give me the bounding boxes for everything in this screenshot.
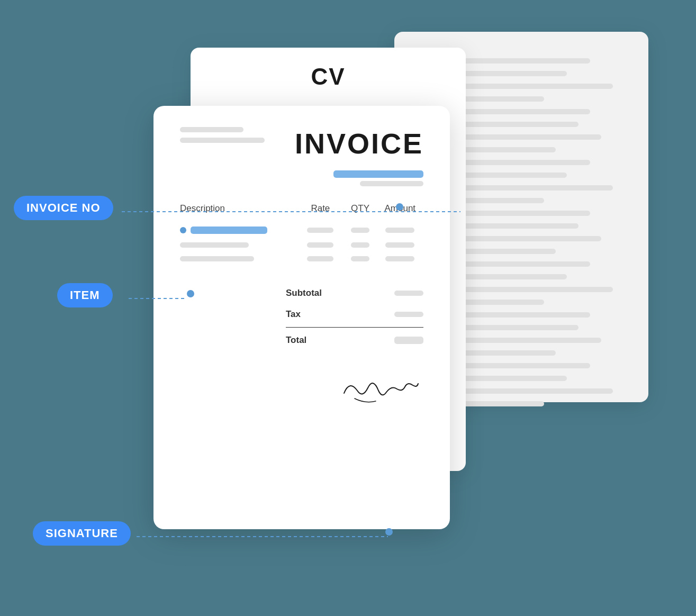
subtotal-value-bar <box>394 291 423 296</box>
tax-value-bar <box>394 312 423 317</box>
invoice-date-row <box>180 181 423 186</box>
row3-amount <box>377 256 423 261</box>
row2-qty-bar <box>351 242 369 248</box>
row2-rate-bar <box>307 242 333 248</box>
row1-qty-bar <box>351 228 369 233</box>
row3-qty <box>344 256 377 261</box>
table-row-3 <box>180 256 423 261</box>
row1-amount <box>377 228 423 233</box>
invoice-totals: Subtotal Tax Total <box>286 283 423 351</box>
invoice-header: INVOICE <box>180 127 423 160</box>
invoice-title: INVOICE <box>295 127 423 160</box>
row3-rate-bar <box>307 256 333 261</box>
invoice-no-blue-bar <box>333 170 423 178</box>
row3-amount-bar <box>385 256 414 261</box>
tax-label: Tax <box>286 309 301 320</box>
col-rate: Rate <box>297 203 344 214</box>
row2-amount-bar <box>385 242 414 248</box>
row2-desc-bar <box>180 242 249 248</box>
invoice-no-annotation: INVOICE NO <box>14 196 113 220</box>
signature-connector-dot <box>385 528 393 536</box>
row1-rate <box>297 228 344 233</box>
signature-svg <box>339 372 423 409</box>
invoice-sender-info <box>180 127 265 143</box>
total-row: Total <box>286 330 423 351</box>
signature-annotation: SIGNATURE <box>33 521 131 546</box>
invoice-table-header: Description Rate QTY Amount <box>180 199 423 218</box>
cv-title: CV <box>191 64 466 90</box>
row2-description <box>180 242 297 248</box>
subtotal-label: Subtotal <box>286 288 322 298</box>
tax-row: Tax <box>286 304 423 325</box>
invoice-date-bar <box>360 181 423 186</box>
signature-area <box>180 372 423 409</box>
invoice-document: INVOICE Description Rate QTY Amount <box>153 106 450 529</box>
row3-desc-bar <box>180 256 254 261</box>
row2-rate <box>297 242 344 248</box>
row1-description <box>180 227 297 234</box>
row1-rate-bar <box>307 228 333 233</box>
invoice-no-connector-dot <box>396 203 403 211</box>
sender-line-2 <box>180 138 265 143</box>
item-annotation: ITEM <box>57 283 113 307</box>
sender-line-1 <box>180 127 243 132</box>
row3-qty-bar <box>351 256 369 261</box>
col-description: Description <box>180 203 297 214</box>
table-row-1 <box>180 227 423 234</box>
table-row-2 <box>180 242 423 248</box>
total-divider <box>286 327 423 328</box>
row1-desc-bar <box>191 227 267 234</box>
total-value-bar <box>394 337 423 344</box>
subtotal-row: Subtotal <box>286 283 423 304</box>
row3-rate <box>297 256 344 261</box>
row3-description <box>180 256 297 261</box>
row2-qty <box>344 242 377 248</box>
signature-dashed-line <box>137 531 396 542</box>
row1-qty <box>344 228 377 233</box>
invoice-no-row <box>180 170 423 178</box>
row2-amount <box>377 242 423 248</box>
total-label: Total <box>286 335 306 346</box>
row1-amount-bar <box>385 228 414 233</box>
col-qty: QTY <box>344 203 377 214</box>
item-connector-dot <box>187 290 194 297</box>
row1-dot <box>180 227 186 233</box>
